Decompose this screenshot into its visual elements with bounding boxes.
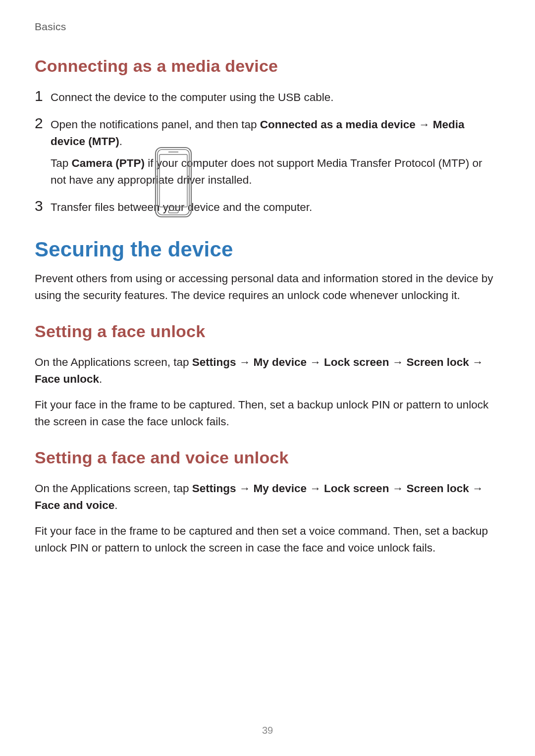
page-number: 39 [0,725,535,736]
heading-connecting-media-device: Connecting as a media device [35,56,500,76]
step-text: Transfer files between your device and t… [51,199,500,216]
intro-paragraph: Prevent others from using or accessing p… [35,270,500,304]
paragraph: Fit your face in the frame to be capture… [35,397,500,430]
heading-face-voice-unlock: Setting a face and voice unlock [35,448,500,467]
heading-face-unlock: Setting a face unlock [35,322,500,341]
step-body: Transfer files between your device and t… [51,199,500,216]
steps-list: 1 Connect the device to the computer usi… [35,89,500,216]
step-body: Connect the device to the computer using… [51,89,500,106]
step-body: Open the notifications panel, and then t… [51,116,500,189]
paragraph: Fit your face in the frame to be capture… [35,523,500,556]
step-2: 2 Open the notifications panel, and then… [35,116,500,189]
step-number: 2 [35,116,51,131]
step-text: Tap Camera (PTP) if your computer does n… [51,155,500,189]
paragraph: On the Applications screen, tap Settings… [35,354,500,388]
step-text: Open the notifications panel, and then t… [51,116,500,150]
step-number: 1 [35,89,51,103]
running-head: Basics [35,21,500,33]
paragraph: On the Applications screen, tap Settings… [35,480,500,514]
step-1: 1 Connect the device to the computer usi… [35,89,500,106]
heading-securing-device: Securing the device [35,238,500,261]
step-text: Connect the device to the computer using… [51,89,500,106]
step-3: 3 Transfer files between your device and… [35,199,500,216]
step-number: 3 [35,199,51,213]
